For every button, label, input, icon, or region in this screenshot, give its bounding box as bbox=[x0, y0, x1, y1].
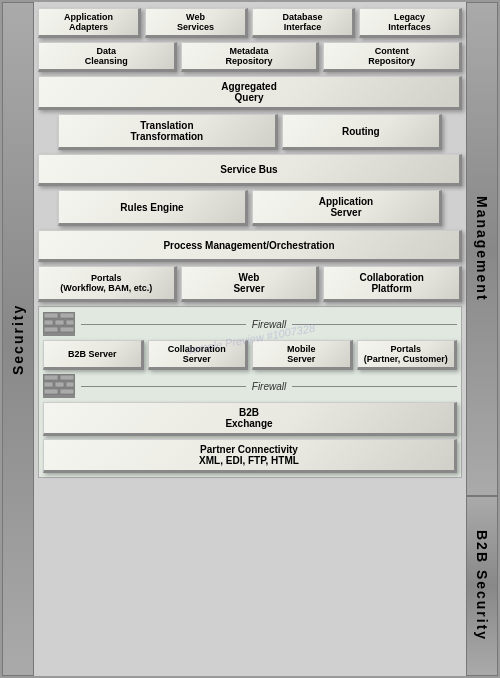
b2b-security-label: B2B Security bbox=[466, 496, 498, 676]
firewall2-row: Firewall bbox=[43, 373, 457, 399]
box-application-adapters: Application Adapters bbox=[38, 8, 141, 38]
firewall2-brick-icon bbox=[43, 374, 75, 398]
svg-rect-10 bbox=[60, 375, 74, 380]
firewall2-label: Firewall bbox=[252, 381, 286, 392]
row-portals: Portals (Workflow, BAM, etc.) Web Server… bbox=[38, 266, 462, 302]
svg-rect-14 bbox=[44, 389, 58, 394]
management-label: Management bbox=[466, 2, 498, 496]
box-b2b-exchange: B2B Exchange bbox=[43, 402, 457, 436]
row-rules: Rules Engine Application Server bbox=[38, 190, 462, 226]
row-b2b-exchange: B2B Exchange bbox=[43, 402, 457, 436]
box-routing: Routing bbox=[282, 114, 442, 150]
box-database-interface: Database Interface bbox=[252, 8, 355, 38]
firewall1-line2 bbox=[292, 324, 457, 325]
svg-rect-6 bbox=[44, 327, 58, 332]
firewall2-line bbox=[81, 386, 246, 387]
box-web-services: Web Services bbox=[145, 8, 248, 38]
box-portals-workflow: Portals (Workflow, BAM, etc.) bbox=[38, 266, 177, 302]
box-collaboration-server: Collaboration Server bbox=[148, 340, 249, 370]
firewall2-line2 bbox=[292, 386, 457, 387]
svg-rect-9 bbox=[44, 375, 58, 380]
svg-rect-4 bbox=[55, 320, 64, 325]
svg-rect-2 bbox=[60, 313, 74, 318]
box-portals-partner: Portals (Partner, Customer) bbox=[357, 340, 458, 370]
row-aggregated: Aggregated Query bbox=[38, 76, 462, 110]
svg-rect-3 bbox=[44, 320, 53, 325]
box-content-repository: Content Repository bbox=[323, 42, 462, 72]
security-label: Security bbox=[2, 2, 34, 676]
row-adapters: Application Adapters Web Services Databa… bbox=[38, 8, 462, 38]
firewall1-row: Firewall bbox=[43, 311, 457, 337]
main-area: Sample Preview #1007328 Application Adap… bbox=[34, 2, 466, 676]
box-aggregated-query: Aggregated Query bbox=[38, 76, 462, 110]
box-mobile-server: Mobile Server bbox=[252, 340, 353, 370]
b2b-server-row: B2B Server Collaboration Server Mobile S… bbox=[43, 340, 457, 370]
box-rules-engine: Rules Engine bbox=[58, 190, 248, 226]
svg-rect-7 bbox=[60, 327, 74, 332]
svg-rect-12 bbox=[55, 382, 64, 387]
box-data-cleansing: Data Cleansing bbox=[38, 42, 177, 72]
box-metadata-repository: Metadata Repository bbox=[181, 42, 320, 72]
box-legacy-interfaces: Legacy Interfaces bbox=[359, 8, 462, 38]
row-data: Data Cleansing Metadata Repository Conte… bbox=[38, 42, 462, 72]
firewall1-label: Firewall bbox=[252, 319, 286, 330]
box-partner-connectivity: Partner Connectivity XML, EDI, FTP, HTML bbox=[43, 439, 457, 473]
svg-rect-5 bbox=[66, 320, 74, 325]
box-collaboration-platform: Collaboration Platform bbox=[323, 266, 462, 302]
main-container: Security Sample Preview #1007328 Applica… bbox=[0, 0, 500, 678]
svg-rect-1 bbox=[44, 313, 58, 318]
firewall1-brick-icon bbox=[43, 312, 75, 336]
box-service-bus: Service Bus bbox=[38, 154, 462, 186]
box-web-server: Web Server bbox=[181, 266, 320, 302]
box-b2b-server: B2B Server bbox=[43, 340, 144, 370]
svg-rect-13 bbox=[66, 382, 74, 387]
row-translation: Translation Transformation Routing bbox=[38, 114, 462, 150]
svg-rect-15 bbox=[60, 389, 74, 394]
firewall1-line bbox=[81, 324, 246, 325]
box-process-management: Process Management/Orchestration bbox=[38, 230, 462, 262]
b2b-area: Firewall B2B Server Collaboration Server… bbox=[38, 306, 462, 478]
box-application-server: Application Server bbox=[252, 190, 442, 226]
right-labels: Management B2B Security bbox=[466, 2, 498, 676]
svg-rect-11 bbox=[44, 382, 53, 387]
box-translation-transformation: Translation Transformation bbox=[58, 114, 278, 150]
